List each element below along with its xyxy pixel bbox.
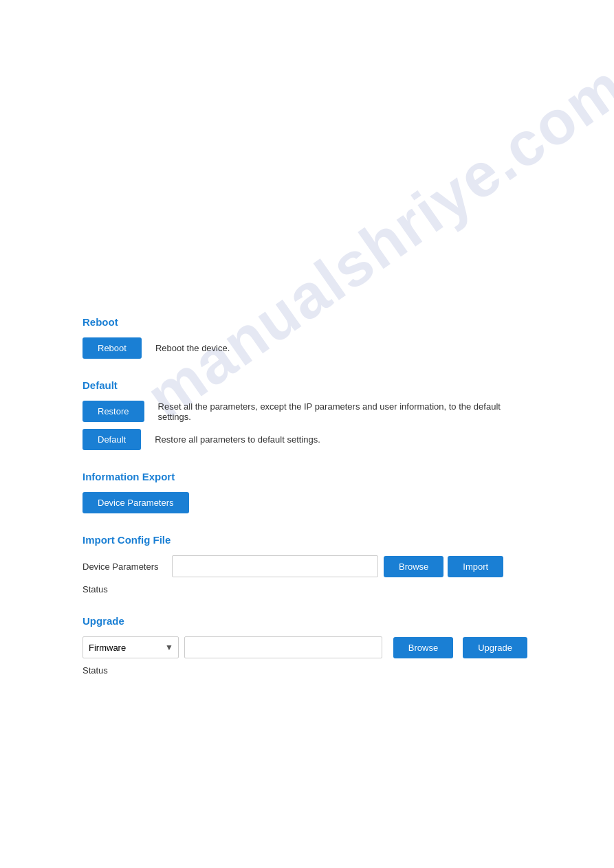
- restore-button-row: Restore Reset all the parameters, except…: [83, 401, 531, 422]
- upgrade-browse-button[interactable]: Browse: [393, 637, 453, 658]
- default-description: Restore all parameters to default settin…: [155, 434, 320, 445]
- default-button[interactable]: Default: [83, 429, 141, 450]
- reboot-description: Reboot the device.: [155, 343, 230, 353]
- reboot-button-row: Reboot Reboot the device.: [83, 337, 531, 359]
- import-button[interactable]: Import: [448, 556, 503, 577]
- import-config-section: Import Config File Device Parameters Bro…: [83, 534, 531, 594]
- import-device-params-label: Device Parameters: [83, 561, 172, 572]
- upgrade-file-input[interactable]: [184, 636, 382, 658]
- upgrade-status-row: Status: [83, 665, 531, 676]
- default-section: Default Restore Reset all the parameters…: [83, 379, 531, 450]
- import-status-label: Status: [83, 584, 172, 594]
- upgrade-type-select[interactable]: Firmware: [83, 636, 179, 658]
- device-parameters-export-button[interactable]: Device Parameters: [83, 492, 189, 513]
- import-device-params-row: Device Parameters Browse Import: [83, 555, 531, 577]
- import-status-row: Status: [83, 584, 531, 594]
- reboot-title: Reboot: [83, 316, 531, 328]
- upgrade-button[interactable]: Upgrade: [463, 637, 527, 658]
- export-button-row: Device Parameters: [83, 492, 531, 513]
- restore-button[interactable]: Restore: [83, 401, 144, 422]
- upgrade-status-label: Status: [83, 665, 172, 676]
- import-device-params-input[interactable]: [172, 555, 378, 577]
- information-export-title: Information Export: [83, 471, 531, 482]
- default-title: Default: [83, 379, 531, 391]
- upgrade-title: Upgrade: [83, 615, 531, 627]
- import-config-title: Import Config File: [83, 534, 531, 546]
- information-export-section: Information Export Device Parameters: [83, 471, 531, 513]
- upgrade-type-dropdown-wrapper: Firmware ▼: [83, 636, 179, 658]
- import-browse-button[interactable]: Browse: [384, 556, 443, 577]
- reboot-button[interactable]: Reboot: [83, 337, 142, 359]
- upgrade-row: Firmware ▼ Browse Upgrade: [83, 636, 531, 658]
- restore-description: Reset all the parameters, except the IP …: [158, 401, 531, 422]
- reboot-section: Reboot Reboot Reboot the device.: [83, 316, 531, 359]
- upgrade-section: Upgrade Firmware ▼ Browse Upgrade Status: [83, 615, 531, 676]
- default-button-row: Default Restore all parameters to defaul…: [83, 429, 531, 450]
